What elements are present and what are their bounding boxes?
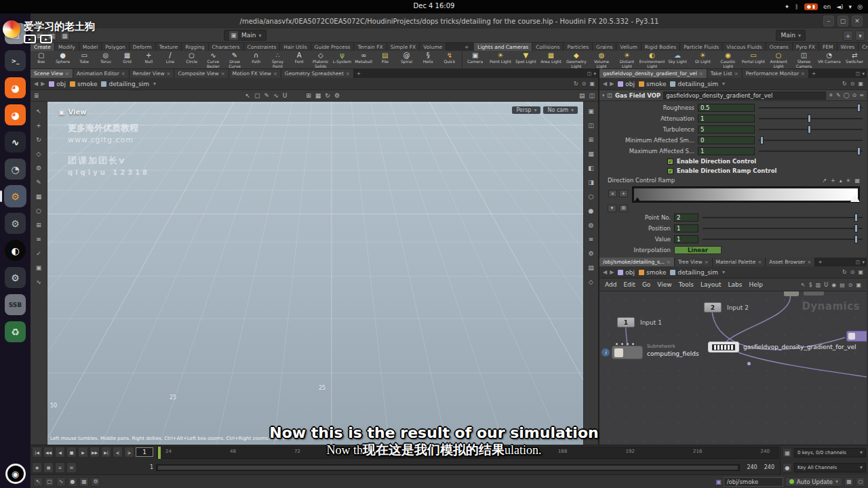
partial-node[interactable] [846,331,867,342]
tab-close-icon[interactable]: × [221,71,225,77]
diamond-icon[interactable]: ◇ [589,279,593,285]
shelf-tool[interactable]: ◍ Volume Light [589,51,614,68]
power-icon[interactable]: ◎ [857,3,863,10]
close-button[interactable]: ✕ [852,16,863,26]
range-options-icon[interactable]: ⊞ [66,462,77,473]
volume-icon[interactable]: ◍ [589,222,594,228]
lasso-icon[interactable]: ∿ [273,92,279,99]
shelf-tool[interactable]: ▦ Grid [117,51,138,68]
shelf-tool[interactable]: ☁ Sky Light [665,51,690,68]
shelf-tool[interactable]: ○ Circle [181,51,203,68]
add-pane-tab-button[interactable]: + [815,258,825,266]
grid-tool-icon[interactable]: ▦ [36,193,42,200]
shelf-tab[interactable]: Constraints [244,43,281,51]
select-arrow-icon[interactable]: ↖ [245,92,251,99]
shelf-tab[interactable]: Model [79,43,102,51]
shelf-tool[interactable]: A Font [288,51,310,68]
box-tool-icon[interactable]: ▣ [36,264,42,271]
shelf-tool[interactable]: ψ L-System [332,51,353,68]
ramp-delete-point-button[interactable]: × [608,190,617,197]
node-gasfieldvop[interactable] [708,342,739,352]
tab-close-icon[interactable]: × [167,71,171,77]
slider-handle[interactable] [808,125,811,134]
key-all-channels-dropdown[interactable]: Key All Channels ▾ [794,463,866,472]
shelf-tab[interactable]: Crowds [859,43,868,51]
keys-grid-icon[interactable]: ▦ [783,448,792,458]
desktop-switcher-icon[interactable]: ◉ [5,464,26,484]
desktop-menu-icon[interactable]: ▾ [855,30,865,41]
link-icon[interactable]: ▣ [858,269,863,275]
parameter-value-field[interactable]: 0 [698,136,755,144]
split-pane-icon[interactable]: ◫ [856,71,861,77]
add-shelf-tab-button[interactable]: + [462,43,471,51]
shelf-tool[interactable]: ◐ Environment Light [639,51,665,68]
shelf-tool[interactable]: ◎ Torus [95,51,117,68]
grid-snap-icon[interactable]: ▦ [79,477,89,487]
breadcrumb[interactable]: detailing_sim [669,81,719,87]
gear-app-icon-3[interactable]: ⚙ [5,267,26,288]
pane-tab[interactable]: Performance Monitor × [743,69,809,78]
shelf-tool[interactable]: ◔ VR Camera [816,51,842,68]
gear-app-icon-2[interactable]: ⚙ [5,213,26,234]
select-tool-icon[interactable]: ↖ [36,108,41,115]
refresh-icon[interactable]: ↻ [842,81,847,87]
shelf-tab[interactable]: Lights and Cameras [474,43,532,51]
parameter-value-field[interactable]: 1 [698,115,755,123]
breadcrumb[interactable]: obj [47,81,67,87]
shelf-tab[interactable]: Deform [130,43,156,51]
tab-close-icon[interactable]: × [65,71,69,77]
menu-item[interactable]: Tools [679,281,694,288]
shelf-tool[interactable]: ▣ Camera [462,51,488,68]
refresh-icon[interactable]: ↻ [842,269,847,275]
circle-icon[interactable]: ○ [589,193,594,200]
edit-icon[interactable]: ✎ [264,92,270,99]
shelf-tab[interactable]: Guide Process [311,43,355,51]
gray-circle-app-icon[interactable]: ◔ [5,159,26,180]
link-icon[interactable]: ▣ [589,81,595,87]
target-icon[interactable]: ◉ [831,282,836,288]
box-pick-icon[interactable]: ▢ [254,92,260,99]
ramp-add-point-button[interactable]: + [619,190,628,197]
add-pane-tab-button[interactable]: + [354,69,363,78]
viewport-canvas[interactable]: ▣ View Persp ▾ No cam ▾ [47,102,583,445]
parameter-slider[interactable] [759,125,863,134]
range-end-field[interactable]: 240 [747,464,757,470]
shelf-tab[interactable]: Pyro FX [793,43,819,51]
shelf-tool[interactable]: ▦ Area Light [538,51,564,68]
next-keyframe-button[interactable]: ▶▶ [90,447,100,458]
shade-left-icon[interactable]: ◧ [588,165,594,171]
tab-close-icon[interactable]: × [667,260,671,265]
menu-tool-icon[interactable]: ≡ [36,236,41,243]
interpolation-dropdown[interactable]: Linear [674,246,722,254]
shelf-tool[interactable]: ● Sphere [52,51,74,68]
status-circle-icon[interactable]: ○ [856,477,865,487]
houdini-app-icon[interactable]: ◕ [5,77,26,98]
points-icon[interactable]: ● [589,207,594,214]
desktop-selector-left[interactable]: ▣ Main ▾ [224,30,267,41]
split-pane-icon[interactable]: ◫ [856,260,861,265]
parameter-slider[interactable] [759,147,863,155]
breadcrumb[interactable]: obj [616,81,636,87]
terminal-app-icon[interactable]: >_ [5,50,26,71]
shelf-tool[interactable]: ∩ Path [245,51,267,68]
houdini-app-icon-2[interactable]: ◕ [5,104,26,125]
slider-handle[interactable] [857,147,861,155]
tray-menu-arrow-icon[interactable]: ▾ [849,3,852,10]
target-icon[interactable]: ⊙ [852,92,857,98]
parameter-value-field[interactable]: 1 [674,235,698,243]
gear-icon[interactable]: ⚙ [334,92,340,99]
open-scene-icon[interactable]: ▦ [60,30,70,41]
panel-icon[interactable]: ▤ [588,264,594,271]
slider-handle[interactable] [760,136,764,144]
nav-back-icon[interactable]: ◀ [603,269,607,275]
collapse-twirl-icon[interactable]: ▾ [602,93,605,98]
rotate-tool-icon[interactable]: ↻ [36,136,41,143]
hamburger-menu-icon[interactable]: ≣ [34,30,44,41]
pane-tab[interactable]: Render View × [130,69,175,78]
shelf-tab[interactable]: Rigging [182,43,208,51]
current-frame-field[interactable]: 1 [136,447,153,457]
parameter-slider[interactable] [759,136,863,144]
menu-item[interactable]: Help [749,281,763,288]
playback-range-slider[interactable] [156,464,740,471]
dopesheet-icon[interactable]: ▦ [43,462,54,473]
